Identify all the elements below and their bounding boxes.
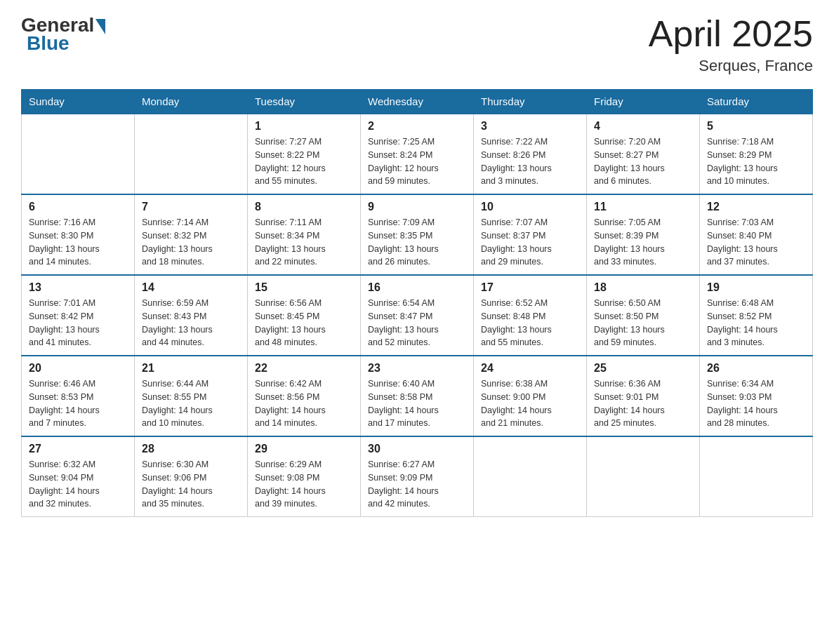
month-year-title: April 2025: [649, 14, 813, 54]
day-number: 16: [368, 281, 466, 294]
day-info: Sunrise: 7:07 AMSunset: 8:37 PMDaylight:…: [481, 216, 579, 269]
day-info: Sunrise: 7:18 AMSunset: 8:29 PMDaylight:…: [707, 135, 805, 188]
calendar-cell-w3-d1: 13Sunrise: 7:01 AMSunset: 8:42 PMDayligh…: [22, 275, 135, 356]
day-number: 27: [29, 443, 127, 455]
day-info: Sunrise: 7:09 AMSunset: 8:35 PMDaylight:…: [368, 216, 466, 269]
day-info: Sunrise: 6:56 AMSunset: 8:45 PMDaylight:…: [255, 297, 353, 349]
col-sunday: Sunday: [22, 90, 135, 114]
calendar-cell-w3-d7: 19Sunrise: 6:48 AMSunset: 8:52 PMDayligh…: [700, 275, 813, 356]
calendar-cell-w5-d5: [474, 436, 587, 517]
calendar-cell-w4-d5: 24Sunrise: 6:38 AMSunset: 9:00 PMDayligh…: [474, 356, 587, 436]
day-number: 2: [368, 120, 466, 133]
calendar-cell-w5-d7: [700, 436, 813, 517]
day-info: Sunrise: 7:25 AMSunset: 8:24 PMDaylight:…: [368, 135, 466, 188]
calendar-cell-w3-d4: 16Sunrise: 6:54 AMSunset: 8:47 PMDayligh…: [361, 275, 474, 356]
day-number: 8: [255, 201, 353, 213]
calendar-cell-w1-d3: 1Sunrise: 7:27 AMSunset: 8:22 PMDaylight…: [248, 114, 361, 194]
day-info: Sunrise: 6:32 AMSunset: 9:04 PMDaylight:…: [29, 458, 127, 511]
calendar-cell-w2-d3: 8Sunrise: 7:11 AMSunset: 8:34 PMDaylight…: [248, 194, 361, 275]
calendar-cell-w2-d7: 12Sunrise: 7:03 AMSunset: 8:40 PMDayligh…: [700, 194, 813, 275]
calendar-cell-w5-d4: 30Sunrise: 6:27 AMSunset: 9:09 PMDayligh…: [361, 436, 474, 517]
day-number: 23: [368, 362, 466, 375]
day-info: Sunrise: 6:48 AMSunset: 8:52 PMDaylight:…: [707, 297, 805, 349]
day-info: Sunrise: 7:01 AMSunset: 8:42 PMDaylight:…: [29, 297, 127, 349]
col-monday: Monday: [135, 90, 248, 114]
calendar-cell-w5-d2: 28Sunrise: 6:30 AMSunset: 9:06 PMDayligh…: [135, 436, 248, 517]
calendar-week-4: 20Sunrise: 6:46 AMSunset: 8:53 PMDayligh…: [22, 356, 813, 436]
day-number: 15: [255, 281, 353, 294]
calendar-week-2: 6Sunrise: 7:16 AMSunset: 8:30 PMDaylight…: [22, 194, 813, 275]
calendar-cell-w3-d2: 14Sunrise: 6:59 AMSunset: 8:43 PMDayligh…: [135, 275, 248, 356]
day-number: 11: [594, 201, 692, 213]
col-saturday: Saturday: [700, 90, 813, 114]
calendar-cell-w2-d5: 10Sunrise: 7:07 AMSunset: 8:37 PMDayligh…: [474, 194, 587, 275]
day-info: Sunrise: 6:59 AMSunset: 8:43 PMDaylight:…: [142, 297, 240, 349]
day-number: 9: [368, 201, 466, 213]
calendar-cell-w4-d7: 26Sunrise: 6:34 AMSunset: 9:03 PMDayligh…: [700, 356, 813, 436]
day-number: 28: [142, 443, 240, 455]
day-number: 24: [481, 362, 579, 375]
calendar-table: Sunday Monday Tuesday Wednesday Thursday…: [21, 89, 813, 517]
day-number: 19: [707, 281, 805, 294]
day-number: 29: [255, 443, 353, 455]
day-info: Sunrise: 6:54 AMSunset: 8:47 PMDaylight:…: [368, 297, 466, 349]
calendar-cell-w3-d5: 17Sunrise: 6:52 AMSunset: 8:48 PMDayligh…: [474, 275, 587, 356]
page-header: General Blue April 2025 Serques, France: [21, 14, 813, 75]
calendar-cell-w5-d6: [587, 436, 700, 517]
day-number: 26: [707, 362, 805, 375]
day-info: Sunrise: 7:03 AMSunset: 8:40 PMDaylight:…: [707, 216, 805, 269]
logo: General Blue: [21, 14, 105, 55]
day-number: 4: [594, 120, 692, 133]
day-number: 6: [29, 201, 127, 213]
col-thursday: Thursday: [474, 90, 587, 114]
day-info: Sunrise: 7:11 AMSunset: 8:34 PMDaylight:…: [255, 216, 353, 269]
calendar-cell-w1-d4: 2Sunrise: 7:25 AMSunset: 8:24 PMDaylight…: [361, 114, 474, 194]
day-info: Sunrise: 6:38 AMSunset: 9:00 PMDaylight:…: [481, 377, 579, 430]
day-number: 20: [29, 362, 127, 375]
logo-blue-text: Blue: [27, 32, 70, 54]
calendar-cell-w1-d2: [135, 114, 248, 194]
day-number: 12: [707, 201, 805, 213]
col-friday: Friday: [587, 90, 700, 114]
day-number: 7: [142, 201, 240, 213]
day-info: Sunrise: 7:20 AMSunset: 8:27 PMDaylight:…: [594, 135, 692, 188]
day-number: 21: [142, 362, 240, 375]
day-info: Sunrise: 6:42 AMSunset: 8:56 PMDaylight:…: [255, 377, 353, 430]
location-subtitle: Serques, France: [649, 57, 813, 75]
calendar-cell-w5-d3: 29Sunrise: 6:29 AMSunset: 9:08 PMDayligh…: [248, 436, 361, 517]
day-info: Sunrise: 6:30 AMSunset: 9:06 PMDaylight:…: [142, 458, 240, 511]
title-section: April 2025 Serques, France: [649, 14, 813, 75]
calendar-cell-w1-d7: 5Sunrise: 7:18 AMSunset: 8:29 PMDaylight…: [700, 114, 813, 194]
calendar-week-1: 1Sunrise: 7:27 AMSunset: 8:22 PMDaylight…: [22, 114, 813, 194]
calendar-cell-w4-d1: 20Sunrise: 6:46 AMSunset: 8:53 PMDayligh…: [22, 356, 135, 436]
day-info: Sunrise: 6:36 AMSunset: 9:01 PMDaylight:…: [594, 377, 692, 430]
day-info: Sunrise: 7:16 AMSunset: 8:30 PMDaylight:…: [29, 216, 127, 269]
day-info: Sunrise: 6:29 AMSunset: 9:08 PMDaylight:…: [255, 458, 353, 511]
day-number: 18: [594, 281, 692, 294]
day-info: Sunrise: 7:14 AMSunset: 8:32 PMDaylight:…: [142, 216, 240, 269]
calendar-week-5: 27Sunrise: 6:32 AMSunset: 9:04 PMDayligh…: [22, 436, 813, 517]
day-number: 30: [368, 443, 466, 455]
day-number: 1: [255, 120, 353, 133]
day-number: 22: [255, 362, 353, 375]
day-info: Sunrise: 6:34 AMSunset: 9:03 PMDaylight:…: [707, 377, 805, 430]
day-info: Sunrise: 6:40 AMSunset: 8:58 PMDaylight:…: [368, 377, 466, 430]
calendar-cell-w5-d1: 27Sunrise: 6:32 AMSunset: 9:04 PMDayligh…: [22, 436, 135, 517]
calendar-week-3: 13Sunrise: 7:01 AMSunset: 8:42 PMDayligh…: [22, 275, 813, 356]
day-info: Sunrise: 6:46 AMSunset: 8:53 PMDaylight:…: [29, 377, 127, 430]
day-number: 13: [29, 281, 127, 294]
logo-arrow-icon: [95, 19, 105, 34]
day-info: Sunrise: 7:05 AMSunset: 8:39 PMDaylight:…: [594, 216, 692, 269]
calendar-header-row: Sunday Monday Tuesday Wednesday Thursday…: [22, 90, 813, 114]
day-number: 17: [481, 281, 579, 294]
calendar-cell-w3-d3: 15Sunrise: 6:56 AMSunset: 8:45 PMDayligh…: [248, 275, 361, 356]
calendar-cell-w4-d3: 22Sunrise: 6:42 AMSunset: 8:56 PMDayligh…: [248, 356, 361, 436]
day-info: Sunrise: 6:50 AMSunset: 8:50 PMDaylight:…: [594, 297, 692, 349]
calendar-cell-w4-d2: 21Sunrise: 6:44 AMSunset: 8:55 PMDayligh…: [135, 356, 248, 436]
day-number: 5: [707, 120, 805, 133]
day-info: Sunrise: 6:27 AMSunset: 9:09 PMDaylight:…: [368, 458, 466, 511]
calendar-cell-w1-d1: [22, 114, 135, 194]
col-wednesday: Wednesday: [361, 90, 474, 114]
day-number: 14: [142, 281, 240, 294]
calendar-cell-w4-d6: 25Sunrise: 6:36 AMSunset: 9:01 PMDayligh…: [587, 356, 700, 436]
